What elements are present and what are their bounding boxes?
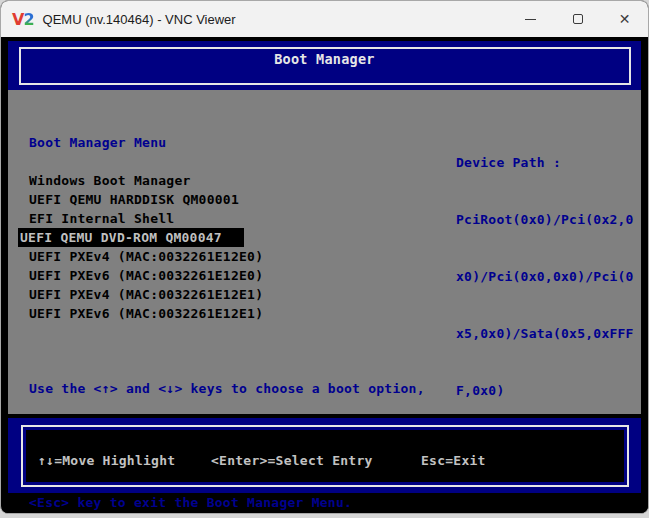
vnc-display: Boot Manager Boot Manager Menu Windows B… bbox=[2, 37, 649, 514]
boot-entry-efi-internal-shell[interactable]: EFI Internal Shell bbox=[29, 209, 174, 228]
boot-entry-uefi-harddisk[interactable]: UEFI QEMU HARDDISK QM00001 bbox=[29, 190, 239, 209]
maximize-button[interactable] bbox=[554, 1, 601, 37]
device-path-line: x0)/Pci(0x0,0x0)/Pci(0 bbox=[456, 267, 636, 286]
boot-entry-windows-boot-manager[interactable]: Windows Boot Manager bbox=[29, 171, 191, 190]
title-bar[interactable]: V2 QEMU (nv.140464) - VNC Viewer ✕ bbox=[1, 1, 648, 37]
vnc-logo-icon: V2 bbox=[12, 10, 34, 29]
device-path-line: PciRoot(0x0)/Pci(0x2,0 bbox=[456, 210, 636, 229]
hint-move-highlight: ↑↓=Move Highlight bbox=[38, 451, 175, 470]
help-line: Use the <↑> and <↓> keys to choose a boo… bbox=[29, 379, 425, 398]
boot-manager-header-band: Boot Manager bbox=[8, 41, 641, 90]
boot-entry-pxev6-e0[interactable]: UEFI PXEv6 (MAC:0032261E12E0) bbox=[29, 266, 263, 285]
device-path-line: F,0x0) bbox=[456, 381, 636, 400]
minimize-icon bbox=[525, 19, 536, 20]
device-path-panel: Device Path : PciRoot(0x0)/Pci(0x2,0 x0)… bbox=[456, 115, 636, 438]
close-icon: ✕ bbox=[619, 12, 631, 26]
vnc-viewer-window: V2 QEMU (nv.140464) - VNC Viewer ✕ Boot … bbox=[0, 0, 649, 514]
close-button[interactable]: ✕ bbox=[601, 1, 648, 37]
boot-entry-uefi-dvd-rom-selected[interactable]: UEFI QEMU DVD-ROM QM00047 bbox=[18, 228, 244, 247]
device-path-label: Device Path : bbox=[456, 153, 636, 172]
hint-esc-exit: Esc=Exit bbox=[421, 451, 486, 470]
boot-entry-pxev6-e1[interactable]: UEFI PXEv6 (MAC:0032261E12E1) bbox=[29, 304, 263, 323]
boot-entry-pxev4-e1[interactable]: UEFI PXEv4 (MAC:0032261E12E1) bbox=[29, 285, 263, 304]
key-hints-band: ↑↓=Move Highlight <Enter>=Select Entry E… bbox=[8, 418, 641, 493]
key-hints-bar: ↑↓=Move Highlight <Enter>=Select Entry E… bbox=[26, 430, 624, 482]
hint-select-entry: <Enter>=Select Entry bbox=[211, 451, 373, 470]
maximize-icon bbox=[573, 14, 583, 24]
page-title: Boot Manager bbox=[8, 50, 641, 69]
device-path-line: x5,0x0)/Sata(0x5,0xFFF bbox=[456, 324, 636, 343]
uefi-boot-manager-screen: Boot Manager Boot Manager Menu Windows B… bbox=[8, 41, 641, 493]
window-controls: ✕ bbox=[507, 1, 648, 37]
minimize-button[interactable] bbox=[507, 1, 554, 37]
window-title: QEMU (nv.140464) - VNC Viewer bbox=[43, 12, 236, 27]
key-hints-frame: ↑↓=Move Highlight <Enter>=Select Entry E… bbox=[21, 425, 629, 487]
boot-manager-menu-label: Boot Manager Menu bbox=[29, 133, 166, 152]
boot-entry-pxev4-e0[interactable]: UEFI PXEv4 (MAC:0032261E12E0) bbox=[29, 247, 263, 266]
help-line: <Esc> key to exit the Boot Manager Menu. bbox=[29, 493, 425, 512]
